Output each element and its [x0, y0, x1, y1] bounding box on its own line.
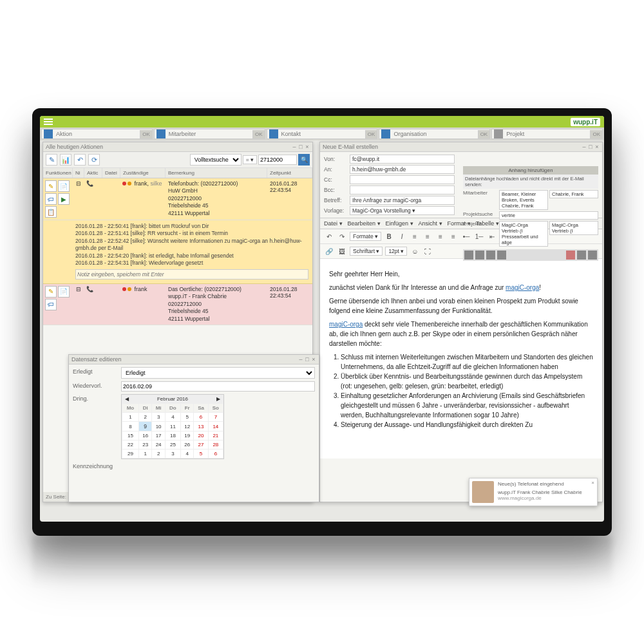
align-left-icon[interactable]: ≡: [410, 231, 420, 242]
vorlage-select[interactable]: MagiC-Orga Vorstellung ▾: [350, 206, 455, 215]
an-field[interactable]: h.hein@huw-gmbh.de: [350, 165, 455, 174]
projekte-list[interactable]: MagiC-Orga Vertrieb (I Pressearbeit und …: [499, 221, 548, 247]
opt-icon[interactable]: [486, 251, 495, 260]
nav-input[interactable]: [505, 129, 590, 138]
nav-input[interactable]: [280, 129, 365, 138]
expand-icon[interactable]: ⛶: [422, 246, 433, 256]
search-mode-select[interactable]: Volltextsuche: [190, 154, 242, 166]
opt-icon[interactable]: [464, 251, 473, 260]
pencil-icon[interactable]: ✎: [45, 286, 57, 298]
next-month-icon[interactable]: ▶: [214, 396, 222, 402]
menu-datei[interactable]: Datei ▾: [324, 220, 343, 227]
nav-input[interactable]: [392, 129, 477, 138]
betreff-field[interactable]: Ihre Anfrage zur magiC-orga: [350, 196, 455, 205]
close-icon[interactable]: ×: [591, 480, 594, 486]
nav-kontakt[interactable]: OK: [267, 129, 378, 139]
action-row[interactable]: ✎ 📄 🏷 ⊟ 📞 frank Das Oertliche: (02022712…: [43, 284, 312, 325]
minimize-icon[interactable]: –: [298, 356, 303, 363]
erledigt-select[interactable]: Erledigt: [121, 367, 315, 379]
undo-icon[interactable]: ↶: [324, 231, 334, 242]
link-icon[interactable]: 🔗: [324, 246, 334, 256]
nav-mitarbeiter[interactable]: OK: [154, 129, 265, 139]
pencil-icon[interactable]: ✎: [45, 180, 57, 192]
justify-icon[interactable]: ≡: [448, 231, 459, 242]
chart-button[interactable]: 📊: [60, 154, 71, 166]
nav-aktion[interactable]: OK: [41, 129, 153, 139]
von-field[interactable]: fc@wupp.it: [350, 155, 455, 164]
warn-icon[interactable]: [566, 251, 575, 260]
search-op[interactable]: = ▾: [243, 155, 257, 164]
font-select[interactable]: Schriftart ▾: [350, 247, 383, 256]
format-select[interactable]: Formate ▾: [350, 232, 381, 241]
nav-input[interactable]: [167, 129, 252, 138]
menu-icon[interactable]: [44, 118, 53, 125]
opt-icon[interactable]: [497, 251, 506, 260]
nav-input[interactable]: [55, 129, 140, 138]
size-select[interactable]: 12pt ▾: [385, 247, 407, 256]
opt-icon[interactable]: [588, 251, 597, 260]
close-icon[interactable]: ×: [305, 144, 310, 150]
menu-einfuegen[interactable]: Einfügen ▾: [386, 220, 413, 227]
toast-title: Neue(s) Telefonat eingehend: [498, 481, 594, 487]
redo-icon[interactable]: ↷: [337, 231, 347, 242]
minimize-icon[interactable]: –: [292, 144, 297, 150]
ok-button[interactable]: OK: [252, 130, 265, 138]
ok-button[interactable]: OK: [365, 130, 377, 138]
image-icon[interactable]: 🖼: [337, 246, 347, 256]
prev-month-icon[interactable]: ◀: [123, 396, 131, 402]
edit-button[interactable]: ✎: [46, 154, 57, 166]
panel-title: Alle heutigen Aktionen: [46, 144, 103, 150]
align-right-icon[interactable]: ≡: [435, 231, 446, 242]
emoji-icon[interactable]: ☺: [410, 246, 420, 256]
close-icon[interactable]: ×: [594, 144, 600, 150]
attach-bar[interactable]: Anhang hinzufügen: [463, 166, 598, 175]
action-row[interactable]: ✎ 📄 🏷 ▶ 📋 ⊟ 📞 frank, silke Telefonbuch: …: [43, 178, 312, 220]
log-input[interactable]: [75, 269, 308, 279]
wiedervorl-input[interactable]: [121, 381, 315, 392]
menu-bearbeiten[interactable]: Bearbeiten ▾: [348, 220, 381, 227]
reset-button[interactable]: ↶: [74, 154, 86, 166]
tag-icon[interactable]: 🏷: [45, 193, 57, 205]
maximize-icon[interactable]: □: [305, 356, 310, 363]
refresh-button[interactable]: ⟳: [88, 154, 100, 166]
align-center-icon[interactable]: ≡: [422, 231, 433, 242]
attach-note: Dateianhänge hochladen und nicht direkt …: [463, 175, 598, 189]
tag-icon[interactable]: 🏷: [45, 299, 57, 310]
calendar[interactable]: ◀Februar 2016▶ MoDiMiDoFrSaSo 1234567 89…: [121, 394, 224, 459]
ok-button[interactable]: OK: [140, 130, 152, 138]
mitarbeiter-sel[interactable]: Chabrie, Frank: [549, 190, 598, 198]
col: Datei: [102, 168, 120, 178]
opt-icon[interactable]: [577, 251, 586, 260]
search-input[interactable]: [258, 155, 297, 165]
menu-ansicht[interactable]: Ansicht ▾: [419, 220, 442, 227]
label-von: Von:: [324, 156, 350, 162]
close-icon[interactable]: ×: [311, 356, 316, 363]
note-icon[interactable]: 📄: [58, 286, 70, 298]
opt-icon[interactable]: [475, 251, 484, 260]
maximize-icon[interactable]: □: [298, 144, 303, 150]
email-body[interactable]: Sehr geehrter Herr Hein, zunächst vielen…: [320, 259, 602, 459]
minimize-icon[interactable]: –: [582, 144, 587, 150]
cc-field[interactable]: [350, 175, 455, 184]
expand-icon[interactable]: ⊟: [73, 178, 84, 220]
contact-icon: [269, 129, 278, 138]
projektsuche-input[interactable]: vertrie: [499, 211, 598, 220]
search-icon[interactable]: 🔍: [298, 154, 310, 166]
note-icon[interactable]: 📄: [58, 180, 70, 192]
italic-icon[interactable]: I: [397, 231, 407, 242]
link-magicorga[interactable]: magiC-orga: [506, 284, 539, 291]
expand-icon[interactable]: ⊟: [73, 284, 84, 325]
doc-icon[interactable]: 📋: [45, 206, 57, 218]
maximize-icon[interactable]: □: [588, 144, 593, 150]
link-magicorga[interactable]: magiC-orga: [329, 321, 363, 328]
bcc-field[interactable]: [350, 185, 455, 194]
nav-organisation[interactable]: OK: [379, 129, 490, 139]
projekte-sel[interactable]: MagiC-Orga Vertrieb (I: [549, 221, 598, 235]
bold-icon[interactable]: B: [384, 231, 394, 242]
ok-button[interactable]: OK: [590, 130, 602, 138]
mitarbeiter-list[interactable]: Beamer, Kleiner Broken, Events Chabrie, …: [499, 190, 548, 210]
play-icon[interactable]: ▶: [58, 193, 70, 205]
nav-projekt[interactable]: OK: [491, 129, 603, 139]
ok-button[interactable]: OK: [478, 130, 490, 138]
call-toast[interactable]: × Neue(s) Telefonat eingehend wupp.iT Fr…: [469, 478, 598, 506]
